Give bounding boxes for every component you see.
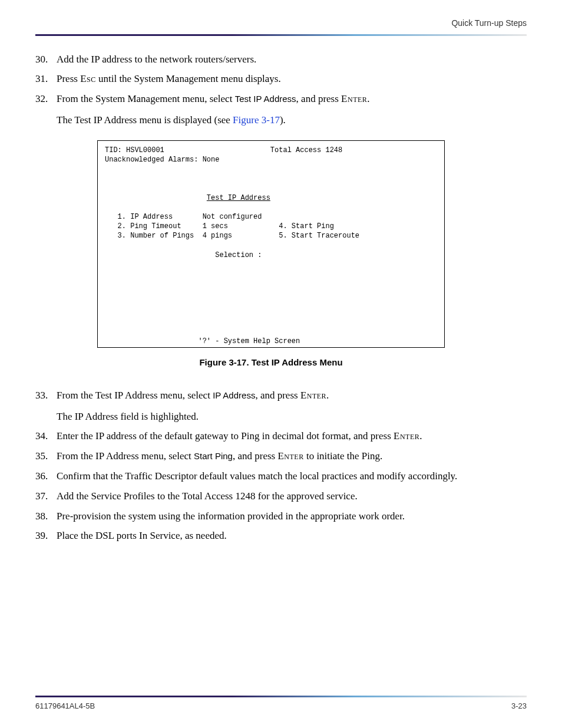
step-number: 37.: [35, 489, 57, 503]
menu-item-test-ip-address: Test IP Address: [235, 94, 296, 104]
menu-item-start-ping: Start Ping: [194, 451, 233, 461]
step-text: Pre-provision the system using the infor…: [57, 509, 527, 523]
step-number: 32.: [35, 92, 57, 127]
step-number: 35.: [35, 449, 57, 463]
step-32: 32. From the System Management menu, sel…: [35, 92, 527, 127]
key-enter: Enter: [300, 390, 326, 401]
text-segment: Press: [57, 73, 80, 84]
header-title: Quick Turn-up Steps: [35, 18, 527, 29]
footer-doc-number: 61179641AL4-5B: [35, 701, 95, 711]
terminal-title: Test IP Address: [207, 194, 270, 202]
figure-caption: Figure 3-17. Test IP Address Menu: [97, 356, 445, 368]
text-segment: From the Test IP Address menu, select: [57, 390, 213, 401]
menu-item-ip-address: IP Address: [213, 390, 255, 400]
key-esc: Esc: [80, 73, 96, 84]
terminal-screen: TID: HSVL00001 Total Access 1248 Unackno…: [97, 140, 445, 348]
key-enter: Enter: [394, 430, 419, 442]
terminal-line: TID: HSVL00001 Total Access 1248: [105, 146, 342, 154]
key-enter: Enter: [277, 450, 303, 462]
text-segment: Enter the IP address of the default gate…: [57, 430, 394, 442]
step-37: 37. Add the Service Profiles to the Tota…: [35, 489, 527, 503]
step-39: 39. Place the DSL ports In Service, as n…: [35, 529, 527, 543]
text-segment: .: [326, 390, 329, 401]
step-number: 39.: [35, 529, 57, 543]
text-segment: , and press: [233, 450, 277, 462]
terminal-line: 2. Ping Timeout 1 secs 4. Start Ping: [105, 222, 334, 230]
terminal-line: 1. IP Address Not configured: [105, 213, 262, 221]
step-number: 36.: [35, 469, 57, 483]
steps-list: 30. Add the IP address to the network ro…: [35, 52, 527, 127]
text-segment: .: [419, 430, 422, 442]
step-number: 30.: [35, 52, 57, 67]
step-33: 33. From the Test IP Address menu, selec…: [35, 388, 527, 424]
step-text: Add the Service Profiles to the Total Ac…: [57, 489, 527, 503]
step-text: Confirm that the Traffic Descriptor defa…: [57, 469, 527, 483]
header-rule: [35, 34, 527, 36]
text-segment: From the System Management menu, select: [57, 93, 235, 104]
step-sub-paragraph: The Test IP Address menu is displayed (s…: [57, 113, 527, 127]
step-sub-paragraph: The IP Address field is highlighted.: [57, 410, 527, 424]
text-segment: , and press: [255, 390, 300, 401]
step-34: 34. Enter the IP address of the default …: [35, 429, 527, 443]
step-text: Enter the IP address of the default gate…: [57, 429, 527, 443]
terminal-figure: TID: HSVL00001 Total Access 1248 Unackno…: [97, 140, 445, 368]
steps-list-continued: 33. From the Test IP Address menu, selec…: [35, 388, 527, 543]
terminal-line: 3. Number of Pings 4 pings 5. Start Trac…: [105, 232, 359, 240]
step-text: Add the IP address to the network router…: [57, 52, 527, 67]
step-text: From the Test IP Address menu, select IP…: [57, 388, 527, 424]
terminal-line: Selection :: [105, 251, 262, 259]
text-segment: ).: [280, 114, 286, 126]
step-36: 36. Confirm that the Traffic Descriptor …: [35, 469, 527, 483]
step-number: 33.: [35, 388, 57, 424]
step-number: 38.: [35, 509, 57, 523]
step-text: Press Esc until the System Management me…: [57, 72, 527, 86]
step-number: 31.: [35, 72, 57, 86]
text-segment: , and press: [296, 93, 341, 104]
step-text: From the System Management menu, select …: [57, 92, 527, 127]
text-segment: until the System Management menu display…: [96, 73, 281, 84]
step-text: From the IP Address menu, select Start P…: [57, 449, 527, 463]
step-text: Place the DSL ports In Service, as neede…: [57, 529, 527, 543]
step-30: 30. Add the IP address to the network ro…: [35, 52, 527, 67]
page-footer: 61179641AL4-5B 3-23: [35, 696, 527, 711]
text-segment: to initiate the Ping.: [304, 450, 383, 462]
key-enter: Enter: [341, 93, 367, 104]
footer-rule: [35, 696, 527, 697]
terminal-line: '?' - System Help Screen: [105, 337, 300, 345]
figure-link[interactable]: Figure 3-17: [233, 114, 280, 126]
step-31: 31. Press Esc until the System Managemen…: [35, 72, 527, 86]
text-segment: .: [367, 93, 369, 104]
step-38: 38. Pre-provision the system using the i…: [35, 509, 527, 523]
text-segment: From the IP Address menu, select: [57, 450, 194, 462]
step-35: 35. From the IP Address menu, select Sta…: [35, 449, 527, 463]
footer-page-number: 3-23: [511, 701, 527, 711]
step-number: 34.: [35, 429, 57, 443]
text-segment: The Test IP Address menu is displayed (s…: [57, 114, 233, 126]
terminal-line: Unacknowledged Alarms: None: [105, 156, 219, 164]
